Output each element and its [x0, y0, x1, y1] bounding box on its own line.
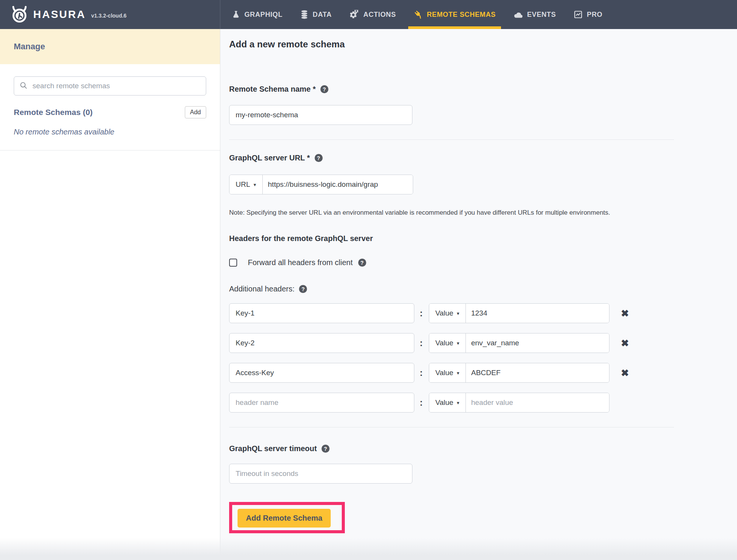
section-divider — [229, 427, 674, 427]
header-value-input[interactable] — [466, 304, 609, 323]
additional-headers-list: : Value ▾ ✖ : Value ▾ — [229, 303, 722, 413]
manage-title: Manage — [14, 42, 45, 52]
header-value-input[interactable] — [466, 363, 609, 382]
schema-name-label: Remote Schema name * ? — [229, 85, 722, 94]
brand-area[interactable]: HASURA v1.3.2-cloud.6 — [0, 0, 220, 29]
sidebar-manage-header[interactable]: Manage — [0, 29, 220, 64]
header-row: : Value ▾ — [229, 393, 722, 413]
remove-header-button[interactable]: ✖ — [619, 368, 631, 378]
search-icon — [19, 81, 27, 91]
nav-item-label: PRO — [587, 11, 603, 19]
sidebar: Manage Remote Schemas (0) Add No remote … — [0, 29, 220, 560]
nav-item-graphiql[interactable]: GRAPHIQL — [232, 0, 283, 29]
header-key-input[interactable] — [229, 333, 414, 353]
colon-separator: : — [420, 397, 423, 408]
search-input[interactable] — [32, 81, 200, 91]
header-row: : Value ▾ ✖ — [229, 363, 722, 383]
header-value-group: Value ▾ — [429, 393, 609, 413]
server-url-input[interactable] — [263, 175, 413, 194]
add-remote-schema-button[interactable]: Add Remote Schema — [238, 509, 331, 528]
value-type-dropdown[interactable]: Value ▾ — [429, 393, 466, 412]
header-key-input[interactable] — [229, 393, 414, 413]
remove-header-button[interactable]: ✖ — [619, 338, 631, 348]
chevron-down-icon: ▾ — [457, 400, 459, 406]
headers-section-title: Headers for the remote GraphQL server — [229, 234, 722, 243]
nav-menu: GRAPHIQL DATA ACTIONS — [232, 0, 603, 29]
help-icon[interactable]: ? — [322, 445, 330, 453]
help-icon[interactable]: ? — [320, 85, 328, 93]
forward-headers-label: Forward all headers from client ? — [248, 258, 366, 267]
plug-icon — [414, 10, 423, 19]
colon-separator: : — [420, 367, 423, 378]
database-icon — [300, 10, 309, 19]
url-type-dropdown[interactable]: URL ▾ — [230, 175, 263, 194]
add-schema-sidebar-button[interactable]: Add — [185, 106, 206, 118]
colon-separator: : — [420, 338, 423, 348]
brand-version: v1.3.2-cloud.6 — [91, 13, 127, 19]
header-value-group: Value ▾ — [429, 303, 609, 323]
nav-item-label: REMOTE SCHEMAS — [427, 11, 496, 19]
header-key-input[interactable] — [229, 363, 414, 383]
sidebar-body: Remote Schemas (0) Add No remote schemas… — [0, 64, 220, 151]
annotation-highlight-box: Add Remote Schema — [229, 502, 345, 533]
nav-item-remote-schemas[interactable]: REMOTE SCHEMAS — [414, 0, 496, 29]
nav-item-label: EVENTS — [527, 11, 556, 19]
schema-name-input[interactable] — [229, 105, 412, 125]
chevron-down-icon: ▾ — [254, 182, 256, 188]
nav-item-actions[interactable]: ACTIONS — [349, 0, 396, 29]
chevron-down-icon: ▾ — [457, 311, 459, 316]
header-value-group: Value ▾ — [429, 333, 609, 353]
nav-item-events[interactable]: EVENTS — [513, 0, 556, 29]
top-navbar: HASURA v1.3.2-cloud.6 GRAPHIQL DATA — [0, 0, 737, 29]
cloud-icon — [513, 10, 523, 19]
header-row: : Value ▾ ✖ — [229, 303, 722, 323]
brand-name: HASURA — [33, 8, 86, 21]
help-icon[interactable]: ? — [315, 154, 323, 162]
value-type-dropdown[interactable]: Value ▾ — [429, 333, 466, 353]
nav-item-pro[interactable]: PRO — [574, 0, 603, 29]
value-type-dropdown[interactable]: Value ▾ — [429, 304, 466, 323]
nav-item-label: GRAPHIQL — [244, 11, 283, 19]
timeout-input[interactable] — [229, 464, 412, 484]
forward-headers-row: Forward all headers from client ? — [229, 258, 722, 267]
header-value-group: Value ▾ — [429, 363, 609, 383]
value-type-dropdown[interactable]: Value ▾ — [429, 363, 466, 382]
nav-item-data[interactable]: DATA — [300, 0, 332, 29]
chevron-down-icon: ▾ — [457, 370, 459, 376]
remote-schemas-count-title: Remote Schemas (0) — [14, 108, 93, 117]
empty-schemas-message: No remote schemas available — [14, 128, 206, 136]
header-value-input[interactable] — [466, 333, 609, 353]
chevron-down-icon: ▾ — [457, 340, 459, 346]
forward-headers-checkbox[interactable] — [229, 259, 237, 267]
header-value-input[interactable] — [466, 393, 609, 412]
nav-item-label: ACTIONS — [364, 11, 396, 19]
flask-icon — [232, 10, 240, 19]
header-key-input[interactable] — [229, 303, 414, 323]
timeout-label: GraphQL server timeout ? — [229, 444, 722, 453]
url-note: Note: Specifying the server URL via an e… — [229, 209, 722, 217]
nav-item-label: DATA — [313, 11, 332, 19]
main-content: Add a new remote schema Remote Schema na… — [220, 29, 737, 560]
remove-header-button[interactable]: ✖ — [619, 308, 631, 319]
help-icon[interactable]: ? — [299, 285, 307, 293]
server-url-label: GraphQL server URL * ? — [229, 154, 722, 162]
page-title: Add a new remote schema — [229, 39, 722, 50]
section-divider — [229, 139, 674, 140]
additional-headers-label: Additional headers: ? — [229, 285, 722, 293]
gears-icon — [349, 10, 359, 19]
search-box — [14, 76, 206, 95]
header-row: : Value ▾ ✖ — [229, 333, 722, 353]
colon-separator: : — [420, 308, 423, 319]
hasura-logo-icon — [11, 6, 28, 23]
help-icon[interactable]: ? — [358, 259, 366, 267]
chart-icon — [574, 10, 583, 19]
server-url-group: URL ▾ — [229, 175, 413, 194]
